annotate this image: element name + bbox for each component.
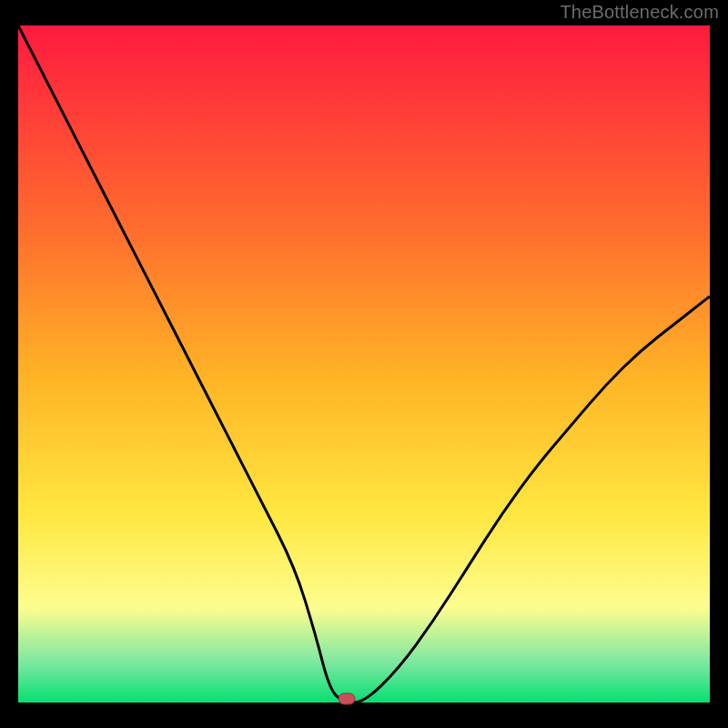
chart-container: TheBottleneck.com [0,0,728,728]
min-marker [339,693,355,704]
bottleneck-plot [0,0,728,728]
watermark-label: TheBottleneck.com [560,2,719,23]
plot-area [18,25,710,703]
